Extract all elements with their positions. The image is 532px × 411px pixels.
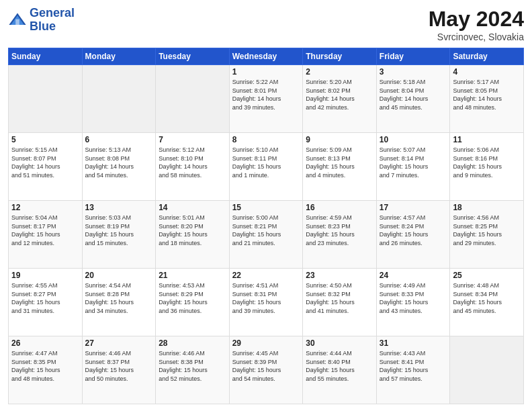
calendar-table: Sunday Monday Tuesday Wednesday Thursday…	[8, 48, 524, 404]
day-info-line: and 57 minutes.	[380, 375, 423, 382]
table-cell: 6Sunrise: 5:13 AMSunset: 8:08 PMDaylight…	[82, 133, 156, 201]
main-title: May 2024	[429, 7, 524, 32]
table-cell: 9Sunrise: 5:09 AMSunset: 8:13 PMDaylight…	[303, 133, 377, 201]
day-info-line: Sunset: 8:13 PM	[306, 155, 351, 162]
day-info-line: and 58 minutes.	[159, 172, 202, 179]
day-info: Sunrise: 5:00 AMSunset: 8:21 PMDaylight:…	[232, 214, 300, 247]
day-info-line: and 36 minutes.	[159, 308, 202, 314]
day-info-line: and 45 minutes.	[380, 104, 423, 111]
day-info-line: Sunset: 8:35 PM	[11, 359, 56, 365]
day-info-line: Daylight: 15 hours	[159, 231, 208, 238]
day-info-line: Daylight: 15 hours	[306, 163, 355, 170]
day-info: Sunrise: 4:56 AMSunset: 8:25 PMDaylight:…	[453, 214, 521, 247]
table-cell: 5Sunrise: 5:15 AMSunset: 8:07 PMDaylight…	[9, 133, 83, 201]
logo-text: General Blue	[30, 7, 75, 34]
day-info: Sunrise: 5:18 AMSunset: 8:04 PMDaylight:…	[380, 78, 447, 111]
day-info: Sunrise: 5:15 AMSunset: 8:07 PMDaylight:…	[11, 146, 79, 179]
table-cell: 17Sunrise: 4:57 AMSunset: 8:24 PMDayligh…	[376, 201, 450, 269]
day-number: 3	[380, 67, 447, 77]
logo-general: General	[30, 6, 75, 19]
day-info-line: Sunset: 8:24 PM	[380, 223, 425, 230]
calendar-week-4: 19Sunrise: 4:55 AMSunset: 8:27 PMDayligh…	[9, 269, 524, 336]
day-info-line: Daylight: 15 hours	[380, 299, 429, 306]
table-cell: 11Sunrise: 5:06 AMSunset: 8:16 PMDayligh…	[450, 133, 524, 201]
day-info-line: Sunrise: 5:17 AM	[453, 79, 499, 85]
day-info-line: Sunset: 8:14 PM	[380, 155, 425, 162]
day-info-line: Sunrise: 4:47 AM	[11, 350, 58, 357]
day-info-line: Daylight: 14 hours	[453, 95, 502, 102]
day-info-line: Daylight: 15 hours	[232, 231, 281, 238]
day-number: 28	[159, 338, 226, 348]
day-info: Sunrise: 5:07 AMSunset: 8:14 PMDaylight:…	[380, 146, 447, 179]
day-info-line: Sunrise: 4:57 AM	[380, 214, 426, 221]
table-cell: 31Sunrise: 4:43 AMSunset: 8:41 PMDayligh…	[376, 336, 450, 404]
day-info: Sunrise: 4:46 AMSunset: 8:38 PMDaylight:…	[159, 349, 226, 383]
day-info-line: and 26 minutes.	[380, 240, 423, 246]
day-info-line: Sunrise: 4:46 AM	[85, 350, 132, 357]
day-info-line: and 1 minute.	[232, 172, 269, 179]
day-info: Sunrise: 4:43 AMSunset: 8:41 PMDaylight:…	[380, 349, 447, 383]
day-info: Sunrise: 4:53 AMSunset: 8:29 PMDaylight:…	[159, 281, 226, 315]
day-number: 9	[306, 135, 373, 144]
day-info-line: Sunrise: 4:48 AM	[453, 282, 499, 289]
day-info-line: Sunset: 8:16 PM	[453, 155, 498, 162]
day-info-line: Daylight: 15 hours	[159, 367, 208, 373]
day-info: Sunrise: 5:09 AMSunset: 8:13 PMDaylight:…	[306, 146, 373, 179]
day-info-line: Sunset: 8:25 PM	[453, 223, 498, 230]
table-cell: 8Sunrise: 5:10 AMSunset: 8:11 PMDaylight…	[229, 133, 303, 201]
table-cell	[9, 65, 83, 133]
day-info: Sunrise: 4:57 AMSunset: 8:24 PMDaylight:…	[380, 214, 447, 247]
table-cell: 20Sunrise: 4:54 AMSunset: 8:28 PMDayligh…	[82, 269, 156, 336]
day-info-line: Sunrise: 5:00 AM	[232, 214, 279, 221]
day-number: 12	[11, 203, 79, 212]
day-info-line: and 21 minutes.	[232, 240, 275, 246]
day-info-line: Sunrise: 5:03 AM	[85, 214, 132, 221]
table-cell: 15Sunrise: 5:00 AMSunset: 8:21 PMDayligh…	[229, 201, 303, 269]
table-cell: 3Sunrise: 5:18 AMSunset: 8:04 PMDaylight…	[376, 65, 450, 133]
day-number: 16	[306, 203, 373, 212]
day-info-line: Sunset: 8:31 PM	[232, 291, 277, 298]
table-cell: 27Sunrise: 4:46 AMSunset: 8:37 PMDayligh…	[82, 336, 156, 404]
day-info-line: Daylight: 15 hours	[380, 231, 429, 238]
day-info: Sunrise: 4:49 AMSunset: 8:33 PMDaylight:…	[380, 281, 447, 315]
day-info: Sunrise: 5:06 AMSunset: 8:16 PMDaylight:…	[453, 146, 521, 179]
day-info-line: and 42 minutes.	[306, 104, 349, 111]
day-info-line: and 4 minutes.	[306, 172, 345, 179]
day-info: Sunrise: 5:17 AMSunset: 8:05 PMDaylight:…	[453, 78, 521, 111]
day-info-line: Sunset: 8:17 PM	[11, 223, 56, 230]
day-number: 29	[232, 338, 300, 348]
day-info-line: Sunrise: 4:46 AM	[159, 350, 205, 357]
day-info-line: Sunset: 8:11 PM	[232, 155, 277, 162]
day-number: 22	[232, 271, 300, 280]
day-info-line: Sunrise: 4:43 AM	[380, 350, 426, 357]
day-info-line: Sunrise: 5:20 AM	[306, 79, 352, 85]
day-info-line: Sunrise: 4:44 AM	[306, 350, 352, 357]
day-info-line: Sunset: 8:29 PM	[159, 291, 204, 298]
day-info-line: Daylight: 15 hours	[85, 299, 134, 306]
day-info-line: and 34 minutes.	[85, 308, 128, 314]
day-info-line: Daylight: 15 hours	[380, 367, 429, 373]
day-info-line: Sunset: 8:27 PM	[11, 291, 56, 298]
logo: General Blue	[8, 7, 75, 34]
day-info-line: Sunrise: 5:10 AM	[232, 146, 279, 153]
day-info: Sunrise: 5:10 AMSunset: 8:11 PMDaylight:…	[232, 146, 300, 179]
day-info-line: Sunset: 8:41 PM	[380, 359, 425, 365]
day-info-line: Sunset: 8:02 PM	[306, 87, 351, 94]
day-info-line: and 15 minutes.	[85, 240, 128, 246]
day-info-line: Daylight: 14 hours	[306, 95, 355, 102]
day-info: Sunrise: 5:20 AMSunset: 8:02 PMDaylight:…	[306, 78, 373, 111]
day-info-line: and 29 minutes.	[453, 240, 496, 246]
table-cell: 25Sunrise: 4:48 AMSunset: 8:34 PMDayligh…	[450, 269, 524, 336]
day-info-line: and 18 minutes.	[159, 240, 202, 246]
day-info-line: Daylight: 14 hours	[11, 163, 60, 170]
day-info-line: Daylight: 15 hours	[232, 163, 281, 170]
calendar-week-1: 1Sunrise: 5:22 AMSunset: 8:01 PMDaylight…	[9, 65, 524, 133]
svg-rect-2	[15, 19, 19, 24]
header: General Blue May 2024 Svrcinovec, Slovak…	[8, 7, 524, 42]
day-info-line: Daylight: 15 hours	[85, 367, 134, 373]
day-number: 11	[453, 135, 521, 144]
day-info: Sunrise: 4:50 AMSunset: 8:32 PMDaylight:…	[306, 281, 373, 315]
table-cell: 18Sunrise: 4:56 AMSunset: 8:25 PMDayligh…	[450, 201, 524, 269]
day-number: 1	[232, 67, 300, 77]
logo-blue: Blue	[30, 20, 75, 34]
